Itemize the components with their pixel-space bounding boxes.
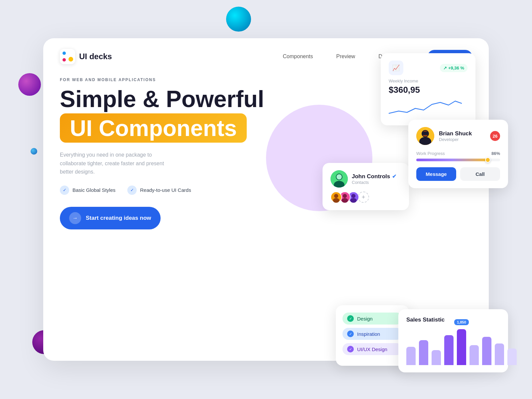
weekly-card-header: 📈 ↗ +9,36 %	[389, 61, 467, 75]
hero-title-badge: UI Components	[60, 113, 247, 143]
bar-2	[419, 340, 428, 365]
dev-name: Brian Shuck	[439, 130, 472, 137]
hero-description: Everything you need in one package to co…	[60, 151, 176, 176]
logo-icon	[60, 49, 75, 64]
progress-label: Work Progress	[416, 151, 445, 156]
weekly-value: $360,95	[389, 85, 467, 95]
nav-link-components[interactable]: Components	[283, 54, 313, 60]
svg-point-8	[343, 194, 347, 198]
progress-pct: 86%	[491, 151, 500, 156]
cta-arrow-icon: →	[69, 212, 81, 224]
verified-icon: ✔	[392, 173, 396, 180]
bar-6	[469, 345, 479, 365]
tag-check-uiux: ✓	[347, 346, 354, 352]
svg-point-12	[350, 198, 356, 203]
nav-link-preview[interactable]: Preview	[336, 54, 355, 60]
contact-subtitle: Contacts	[352, 180, 396, 185]
bar-7	[482, 337, 491, 365]
feature-label-1: Basic Global Styles	[72, 187, 115, 193]
bar-5-highlight: 1,850	[457, 329, 466, 365]
feature-check-2: ✓	[127, 186, 137, 195]
weekly-badge: ↗ +9,36 %	[440, 64, 467, 72]
message-button[interactable]: Message	[416, 167, 456, 181]
feature-list: ✓ Basic Global Styles ✓ Ready-to-use UI …	[60, 186, 472, 195]
contact-add-button[interactable]: +	[358, 192, 369, 203]
contact-name: John Controls ✔	[352, 173, 396, 180]
feature-check-1: ✓	[60, 186, 69, 195]
tag-design-label: Design	[357, 316, 373, 322]
svg-point-11	[351, 194, 355, 198]
mini-chart	[389, 98, 467, 118]
bars-container: 1,850	[406, 329, 500, 365]
dev-title: Developer	[439, 137, 472, 142]
tag-inspiration-label: Inspiration	[357, 331, 380, 337]
progress-label-row: Work Progress 86%	[416, 151, 500, 156]
cta-button[interactable]: → Start creating ideas now	[60, 207, 161, 229]
logo-dot-blue	[63, 52, 66, 55]
progress-bar-bg	[416, 159, 500, 161]
weekly-badge-value: +9,36 %	[448, 66, 464, 70]
bar-4	[444, 335, 454, 365]
svg-point-3	[336, 174, 342, 180]
dev-actions: Message Call	[416, 167, 500, 181]
tag-design[interactable]: ✓ Design	[342, 313, 402, 325]
contacts-card: John Controls ✔ Contacts +	[323, 163, 409, 210]
call-button[interactable]: Call	[460, 167, 500, 181]
logo-text: UI decks	[79, 52, 112, 61]
contact-mini-1	[331, 192, 342, 203]
dev-info: Brian Shuck Developer	[439, 130, 472, 142]
contact-info: John Controls ✔ Contacts	[352, 173, 396, 185]
developer-card: Brian Shuck Developer 26 Work Progress 8…	[408, 120, 508, 188]
dev-badge: 26	[490, 131, 500, 141]
progress-thumb	[485, 157, 490, 163]
svg-point-9	[341, 198, 348, 203]
decorative-sphere-blue-top	[226, 7, 251, 32]
cta-button-label: Start creating ideas now	[86, 215, 151, 221]
tag-inspiration[interactable]: ✓ Inspiration	[342, 328, 402, 340]
contact-avatar	[331, 170, 348, 188]
tag-uiux-label: UI/UX Design	[357, 346, 387, 352]
progress-bar-fill	[416, 159, 488, 161]
weekly-label: Weekly Income	[389, 78, 467, 83]
logo-dot-yellow	[68, 57, 73, 62]
contact-avatars: +	[331, 192, 401, 203]
contact-header: John Controls ✔ Contacts	[331, 170, 401, 188]
logo-dot-pink	[63, 58, 66, 62]
tag-check-design: ✓	[347, 315, 354, 322]
feature-item-2: ✓ Ready-to-use UI Cards	[127, 186, 191, 195]
arrow-up-icon: ↗	[443, 66, 447, 70]
svg-point-5	[334, 194, 338, 198]
tags-card: ✓ Design ✓ Inspiration ✓ UI/UX Design	[336, 305, 409, 366]
logo: UI decks	[60, 49, 112, 64]
weekly-card-icon: 📈	[389, 61, 403, 75]
hero-title-badge-text: UI Components	[70, 115, 237, 141]
bar-9	[507, 348, 517, 365]
dev-header: Brian Shuck Developer 26	[416, 127, 500, 145]
weekly-income-card: 📈 ↗ +9,36 % Weekly Income $360,95	[381, 53, 475, 125]
bar-1	[406, 347, 416, 365]
feature-item-1: ✓ Basic Global Styles	[60, 186, 115, 195]
svg-point-6	[333, 198, 339, 203]
decorative-sphere-blue-left	[31, 148, 37, 155]
feature-label-2: Ready-to-use UI Cards	[140, 187, 191, 193]
dev-avatar	[416, 127, 434, 145]
tag-check-inspiration: ✓	[347, 331, 354, 337]
bar-8	[495, 343, 504, 365]
tag-uiux[interactable]: ✓ UI/UX Design	[342, 343, 402, 355]
decorative-sphere-purple-left	[18, 73, 41, 96]
sales-title: Sales Statistic	[406, 317, 500, 323]
sales-card: Sales Statistic 1,850	[398, 309, 508, 372]
svg-rect-17	[422, 132, 429, 135]
bar-3	[432, 350, 441, 365]
bar-highlight-label: 1,850	[454, 319, 469, 325]
